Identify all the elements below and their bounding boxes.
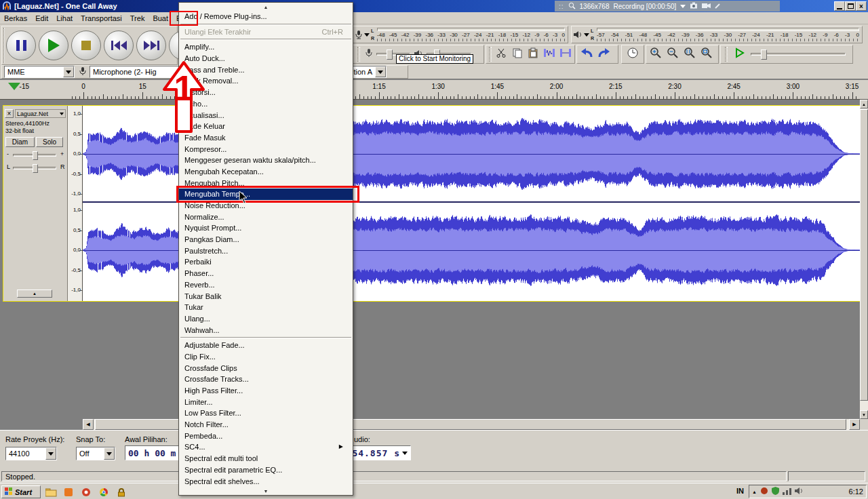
effects-menu-item-ulang[interactable]: Ulang...: [179, 313, 353, 325]
tray-volume-icon[interactable]: [795, 487, 804, 496]
gain-slider[interactable]: [13, 154, 56, 157]
menubar-item-transportasi[interactable]: Transportasi: [77, 13, 126, 24]
silence-audio-button[interactable]: [557, 46, 573, 62]
quick-launch-app-red-icon[interactable]: [80, 486, 92, 498]
pencil-icon[interactable]: [715, 3, 721, 10]
cut-button[interactable]: [494, 46, 509, 62]
effects-menu-item-amplify[interactable]: Amplify...: [179, 41, 353, 53]
undo-button[interactable]: [578, 46, 595, 62]
effects-menu-item-crossfade-tracks[interactable]: Crossfade Tracks...: [179, 374, 353, 385]
timer-record-button[interactable]: [625, 46, 641, 62]
skip-to-start-button[interactable]: [104, 31, 134, 60]
playback-meter-toolbar[interactable]: LR -57-54-51-48-45-42-39-36-33-30-27-24-…: [571, 26, 863, 43]
solo-button[interactable]: Solo: [36, 137, 63, 147]
effects-menu-item-high-pass-filter[interactable]: High Pass Filter...: [179, 385, 353, 397]
toolbar-grip[interactable]: [725, 47, 728, 62]
effects-menu-item-notch-filter[interactable]: Notch Filter...: [179, 419, 353, 431]
input-volume-thumb[interactable]: [387, 49, 393, 60]
audio-position-arrow-icon[interactable]: [402, 452, 408, 455]
recording-meter-toolbar[interactable]: LR -48-45-42-39-36-33-30-27-24-21-18-15-…: [353, 26, 568, 43]
search-icon[interactable]: [568, 2, 576, 11]
track-close-button[interactable]: ×: [5, 109, 14, 118]
play-at-speed-button[interactable]: [733, 46, 747, 62]
pan-slider[interactable]: [13, 167, 56, 169]
quick-launch-folder-icon[interactable]: [45, 486, 57, 498]
menubar-item-buat[interactable]: Buat: [149, 13, 172, 24]
trim-audio-button[interactable]: [542, 46, 557, 62]
host-select[interactable]: MME: [4, 66, 75, 78]
pause-button[interactable]: [6, 31, 36, 60]
project-rate-arrow[interactable]: [45, 447, 56, 460]
playback-speed-slider[interactable]: [751, 53, 846, 56]
menu-scroll-up[interactable]: ▲: [179, 3, 353, 11]
stop-button[interactable]: [71, 31, 101, 60]
play-button[interactable]: [39, 31, 68, 60]
effects-menu-item-limiter[interactable]: Limiter...: [179, 397, 353, 408]
quick-launch-app-orange-icon[interactable]: [62, 486, 75, 498]
vertical-scroll-thumb[interactable]: [860, 109, 868, 401]
camera-icon[interactable]: [690, 2, 698, 10]
effects-menu-item-spectral-edit-shelves[interactable]: Spectral edit shelves...: [179, 476, 353, 487]
effects-menu-item-crossfade-clips[interactable]: Crossfade Clips: [179, 363, 353, 374]
scroll-right-button[interactable]: ▶: [849, 419, 860, 430]
recorder-grip-icon[interactable]: ::: [559, 3, 564, 10]
toolbar-grip[interactable]: [489, 47, 492, 62]
effects-menu-item-pembeda[interactable]: Pembeda...: [179, 431, 353, 442]
start-button[interactable]: Start: [1, 485, 41, 498]
effects-menu-item-low-pass-filter[interactable]: Low Pass Filter...: [179, 407, 353, 419]
timeline-ruler[interactable]: -1501530451:001:151:301:452:002:152:302:…: [0, 80, 868, 100]
zoom-fit-button[interactable]: [698, 46, 715, 62]
scroll-up-button[interactable]: ▲: [860, 100, 868, 108]
effects-menu-item-nyquist-prompt[interactable]: Nyquist Prompt...: [179, 222, 353, 234]
timeline-pulldown-icon[interactable]: [8, 83, 20, 90]
gain-slider-thumb[interactable]: [33, 151, 38, 160]
zoom-out-button[interactable]: [665, 46, 681, 62]
host-select-arrow[interactable]: [63, 66, 74, 77]
maximize-button[interactable]: [845, 1, 856, 11]
menubar-item-trek[interactable]: Trek: [126, 13, 149, 24]
zoom-in-button[interactable]: [648, 46, 664, 62]
scroll-down-button[interactable]: ▼: [860, 410, 868, 419]
skip-to-end-button[interactable]: [136, 31, 166, 60]
close-button[interactable]: ×: [856, 1, 867, 11]
menubar-item-lihat[interactable]: Lihat: [52, 13, 77, 24]
effects-menu-item-add-remove-plug-ins[interactable]: Add / Remove Plug-ins...: [179, 11, 353, 22]
collapse-track-button[interactable]: ▲: [17, 290, 52, 298]
quick-launch-browser-icon[interactable]: [98, 486, 110, 498]
mute-button[interactable]: Diam: [5, 137, 35, 147]
output-device-arrow[interactable]: [375, 66, 386, 77]
effects-menu-item-menggeser-geseran-waktu-skala-pitch[interactable]: Menggeser geseran waktu skala/pitch...: [179, 155, 353, 166]
playback-speed-thumb[interactable]: [761, 49, 767, 60]
track-title-dropdown[interactable]: Laguaz.Net: [15, 109, 66, 118]
effects-menu-item-adjustable-fade[interactable]: Adjustable Fade...: [179, 340, 353, 351]
toolbar-grip[interactable]: [3, 28, 5, 63]
effects-menu-item-pangkas-diam[interactable]: Pangkas Diam...: [179, 234, 353, 245]
effects-menu-item-normalize[interactable]: Normalize...: [179, 212, 353, 223]
zoom-selection-button[interactable]: [682, 46, 698, 62]
minimize-button[interactable]: [834, 1, 845, 11]
tray-audacity-icon[interactable]: [760, 487, 768, 496]
meter-dropdown-icon[interactable]: [364, 33, 370, 37]
monitoring-tooltip[interactable]: Click to Start Monitoring: [396, 54, 473, 64]
effects-menu-item-spectral-edit-multi-tool[interactable]: Spectral edit multi tool: [179, 453, 353, 464]
menu-scroll-down[interactable]: ▼: [179, 487, 353, 495]
effects-menu-item-phaser[interactable]: Phaser...: [179, 268, 353, 279]
recorder-dropdown-icon[interactable]: [680, 5, 686, 8]
project-rate-select[interactable]: 44100: [5, 447, 57, 460]
meter-dropdown-icon[interactable]: [584, 33, 589, 37]
vertical-scrollbar[interactable]: ▲ ▼: [860, 100, 868, 419]
tray-shield-icon[interactable]: [772, 487, 779, 496]
snap-to-arrow[interactable]: [104, 447, 115, 460]
effects-menu-item-wahwah[interactable]: Wahwah...: [179, 325, 353, 336]
effects-menu-item-spectral-edit-parametric-eq[interactable]: Spectral edit parametric EQ...: [179, 464, 353, 476]
snap-to-select[interactable]: Off: [76, 447, 115, 460]
tray-network-icon[interactable]: [783, 487, 791, 496]
effects-menu-item-kompresor[interactable]: Kompresor...: [179, 144, 353, 155]
copy-button[interactable]: [510, 46, 526, 62]
scroll-left-button[interactable]: ◀: [83, 419, 94, 430]
language-indicator[interactable]: IN: [736, 487, 744, 495]
video-record-icon[interactable]: [702, 3, 711, 10]
vertical-ruler[interactable]: 1,00,50,0-0,5-1,01,00,50,0-0,5-1,0: [68, 106, 83, 301]
effects-menu-item-tukar[interactable]: Tukar: [179, 302, 353, 313]
tray-chevron-icon[interactable]: ▲: [752, 490, 757, 494]
